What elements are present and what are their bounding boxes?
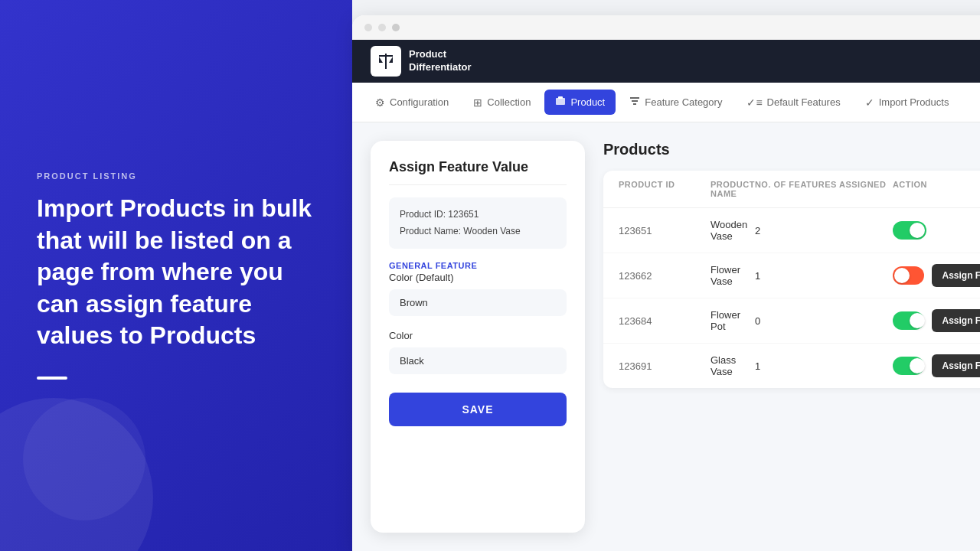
assign-feature-button-3[interactable]: Assign Feature Value — [932, 309, 981, 332]
tab-default-features[interactable]: ✓≡ Default Features — [736, 90, 851, 115]
tab-configuration[interactable]: ⚙ Configuration — [364, 90, 459, 115]
tab-product[interactable]: Product — [544, 90, 616, 115]
right-panel: Product Differentiator ⚙ Configuration ⊞… — [352, 0, 980, 551]
row-4-toggle[interactable] — [893, 357, 924, 375]
row-1-name: Wooden Vase — [710, 219, 755, 242]
color-label: Color — [389, 330, 567, 341]
row-1-id: 123651 — [619, 225, 710, 236]
table-header: Product ID Product Name No. of Features … — [603, 171, 980, 208]
browser-dot-3 — [392, 24, 400, 31]
row-2-features: 1 — [755, 270, 893, 282]
products-title: Products — [603, 141, 980, 158]
row-2-name: Flower Vase — [710, 264, 755, 287]
main-content: Assign Feature Value Product ID: 123651 … — [352, 122, 980, 551]
col-product-id: Product ID — [619, 180, 710, 198]
configuration-icon: ⚙ — [375, 96, 385, 109]
product-info-box: Product ID: 123651 Product Name: Wooden … — [389, 197, 567, 249]
col-product-name: Product Name — [710, 180, 755, 198]
hero-text: Import Products in bulk that will be lis… — [37, 193, 315, 352]
general-feature-section: General Feature Color (Default) — [389, 261, 567, 316]
row-2-id: 123662 — [619, 270, 710, 282]
product-name-text: Product Name: Wooden Vase — [400, 223, 556, 240]
assign-panel-title: Assign Feature Value — [389, 159, 567, 185]
import-icon: ✓ — [865, 96, 874, 109]
collection-icon: ⊞ — [473, 96, 482, 109]
logo-area: Product Differentiator — [371, 46, 472, 77]
logo-text: Product Differentiator — [409, 48, 472, 74]
default-features-icon: ✓≡ — [746, 96, 762, 109]
row-3-toggle[interactable] — [893, 311, 924, 330]
svg-rect-1 — [379, 55, 393, 57]
browser-bar — [352, 15, 980, 40]
color-default-input[interactable] — [389, 289, 567, 316]
browser-dot-2 — [378, 24, 386, 31]
row-4-name: Glass Vase — [710, 354, 755, 377]
row-1-action — [893, 221, 980, 240]
logo-icon — [371, 46, 401, 77]
color-section: Color — [389, 328, 567, 374]
col-features-assigned: No. of Features Assigned — [755, 180, 893, 198]
row-2-toggle[interactable] — [893, 266, 924, 285]
row-4-id: 123691 — [619, 360, 710, 372]
row-3-action: Assign Feature Value — [893, 309, 980, 332]
products-section: Products Product ID Product Name No. of … — [585, 122, 980, 551]
row-3-toggle-knob — [910, 313, 925, 328]
left-panel: PRODUCT LISTING Import Products in bulk … — [0, 0, 352, 551]
svg-rect-2 — [556, 98, 565, 105]
row-2-toggle-knob — [894, 268, 910, 283]
row-1-toggle[interactable] — [893, 221, 926, 240]
section-label: PRODUCT LISTING — [37, 171, 315, 181]
row-4-features: 1 — [755, 360, 893, 372]
row-3-features: 0 — [755, 315, 893, 327]
divider-line — [37, 377, 67, 380]
assign-feature-button-4[interactable]: Assign Feature Value — [932, 354, 981, 377]
col-action: Action — [893, 180, 980, 198]
table-row: 123684 Flower Pot 0 Assign Feature Value — [603, 298, 980, 344]
feature-category-icon — [629, 96, 640, 109]
general-feature-label: General Feature — [389, 261, 567, 270]
row-1-toggle-knob — [910, 223, 925, 238]
row-3-name: Flower Pot — [710, 309, 755, 332]
tab-feature-category[interactable]: Feature Category — [619, 90, 733, 115]
browser-dot-1 — [364, 24, 372, 31]
row-4-action: Assign Feature Value — [893, 354, 980, 377]
assign-feature-panel: Assign Feature Value Product ID: 123651 … — [371, 141, 585, 533]
nav-tabs: ⚙ Configuration ⊞ Collection Product Fea… — [352, 83, 980, 122]
row-4-toggle-knob — [910, 358, 925, 373]
color-input[interactable] — [389, 347, 567, 374]
tab-import-products[interactable]: ✓ Import Products — [854, 90, 960, 115]
tab-collection[interactable]: ⊞ Collection — [462, 90, 541, 115]
svg-rect-3 — [558, 96, 563, 99]
row-2-action: Assign Feature Value — [893, 264, 980, 287]
products-table: Product ID Product Name No. of Features … — [603, 171, 980, 388]
row-1-features: 2 — [755, 225, 893, 236]
assign-feature-button-2[interactable]: Assign Feature Value — [932, 264, 981, 287]
product-id-text: Product ID: 123651 — [400, 207, 556, 223]
row-3-id: 123684 — [619, 315, 710, 327]
table-row: 123651 Wooden Vase 2 — [603, 208, 980, 253]
scale-icon — [377, 52, 395, 70]
app-header: Product Differentiator — [352, 40, 980, 83]
product-icon — [555, 96, 566, 109]
table-row: 123662 Flower Vase 1 Assign Feature Valu… — [603, 253, 980, 298]
save-button[interactable]: SAVE — [389, 393, 567, 426]
table-row: 123691 Glass Vase 1 Assign Feature Value — [603, 344, 980, 388]
browser-chrome: Product Differentiator ⚙ Configuration ⊞… — [352, 15, 980, 551]
color-default-label: Color (Default) — [389, 272, 567, 283]
